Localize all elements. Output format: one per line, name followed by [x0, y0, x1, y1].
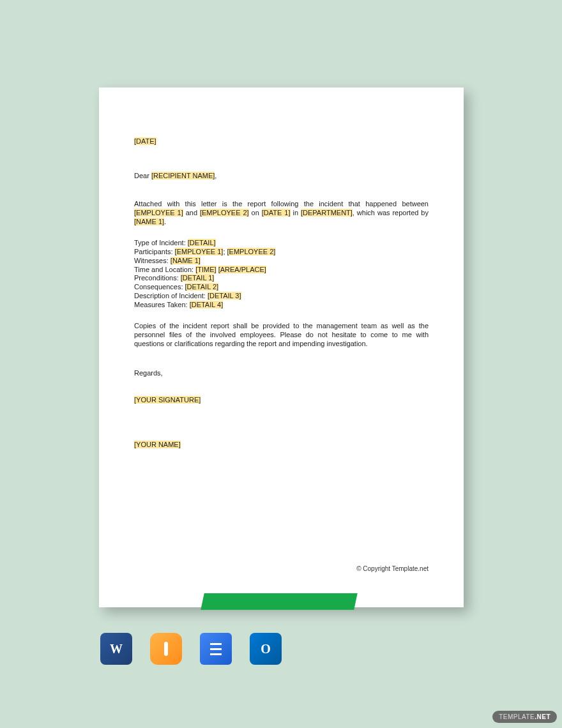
participants-row: Participants: [EMPLOYEE 1]; [EMPLOYEE 2] — [134, 248, 429, 257]
description-label: Description of Incident: — [134, 292, 208, 300]
employee1-placeholder: [EMPLOYEE 1] — [134, 209, 183, 216]
consequences-placeholder: [DETAIL 2] — [185, 283, 219, 291]
date-line: [DATE] — [134, 137, 429, 145]
google-docs-icon[interactable] — [200, 633, 232, 665]
measures-label: Measures Taken: — [134, 301, 190, 308]
date-placeholder: [DATE] — [134, 137, 156, 145]
incident-fields: Type of Incident: [DETAIL] Participants:… — [134, 239, 429, 309]
location-placeholder: [AREA/PLACE] — [218, 266, 266, 273]
p1-text-b: and — [183, 209, 200, 216]
participants-label: Participants: — [134, 248, 175, 255]
date1-placeholder: [DATE 1] — [262, 209, 291, 216]
template-net-badge[interactable]: TEMPLATE.NET — [492, 711, 557, 723]
format-icons-row: W O — [100, 633, 282, 665]
badge-suffix: .NET — [535, 713, 551, 720]
time-location-label: Time and Location: — [134, 266, 195, 273]
green-banner — [201, 593, 358, 610]
consequences-row: Consequences: [DETAIL 2] — [134, 283, 429, 292]
measures-row: Measures Taken: [DETAIL 4] — [134, 301, 429, 310]
witnesses-row: Witnesses: [NAME 1] — [134, 257, 429, 266]
recipient-placeholder: [RECIPIENT NAME] — [151, 172, 215, 179]
preconditions-placeholder: [DETAIL 1] — [181, 274, 215, 282]
salutation-line: Dear [RECIPIENT NAME], — [134, 172, 429, 179]
employee2-placeholder: [EMPLOYEE 2] — [200, 209, 249, 216]
outlook-icon[interactable]: O — [250, 633, 282, 665]
regards-line: Regards, — [134, 369, 429, 377]
copyright-text: © Copyright Template.net — [356, 565, 429, 572]
measures-placeholder: [DETAIL 4] — [190, 301, 224, 308]
preconditions-label: Preconditions: — [134, 274, 181, 282]
type-row: Type of Incident: [DETAIL] — [134, 239, 429, 248]
participant1-placeholder: [EMPLOYEE 1] — [175, 248, 224, 255]
p1-text-c: on — [249, 209, 262, 216]
participants-separator: ; — [223, 248, 227, 255]
description-placeholder: [DETAIL 3] — [208, 292, 241, 300]
dear-prefix: Dear — [134, 172, 151, 179]
department-placeholder: [DEPARTMENT] — [301, 209, 353, 216]
participant2-placeholder: [EMPLOYEE 2] — [227, 248, 276, 255]
witness-placeholder: [NAME 1] — [171, 257, 201, 264]
p1-text-f: . — [164, 218, 166, 225]
signature-line: [YOUR SIGNATURE] — [134, 396, 429, 404]
type-label: Type of Incident: — [134, 239, 188, 246]
consequences-label: Consequences: — [134, 283, 185, 291]
document-page: [DATE] Dear [RECIPIENT NAME], Attached w… — [99, 87, 464, 607]
pages-icon[interactable] — [150, 633, 182, 665]
name1-placeholder: [NAME 1] — [134, 218, 164, 225]
dear-suffix: , — [215, 172, 216, 179]
your-name-placeholder: [YOUR NAME] — [134, 441, 181, 448]
preconditions-row: Preconditions: [DETAIL 1] — [134, 274, 429, 283]
badge-prefix: TEMPLATE — [499, 713, 535, 720]
time-placeholder: [TIME] — [195, 266, 216, 273]
p1-text-e: , which was reported by — [353, 209, 429, 216]
time-location-row: Time and Location: [TIME] [AREA/PLACE] — [134, 266, 429, 275]
your-name-line: [YOUR NAME] — [134, 441, 429, 448]
type-placeholder: [DETAIL] — [188, 239, 216, 246]
p1-text-a: Attached with this letter is the report … — [134, 200, 429, 208]
witnesses-label: Witnesses: — [134, 257, 171, 264]
description-row: Description of Incident: [DETAIL 3] — [134, 292, 429, 301]
closing-paragraph: Copies of the incident report shall be p… — [134, 322, 429, 348]
p1-text-d: in — [291, 209, 301, 216]
signature-placeholder: [YOUR SIGNATURE] — [134, 396, 201, 404]
intro-paragraph: Attached with this letter is the report … — [134, 200, 429, 226]
word-icon[interactable]: W — [100, 633, 132, 665]
